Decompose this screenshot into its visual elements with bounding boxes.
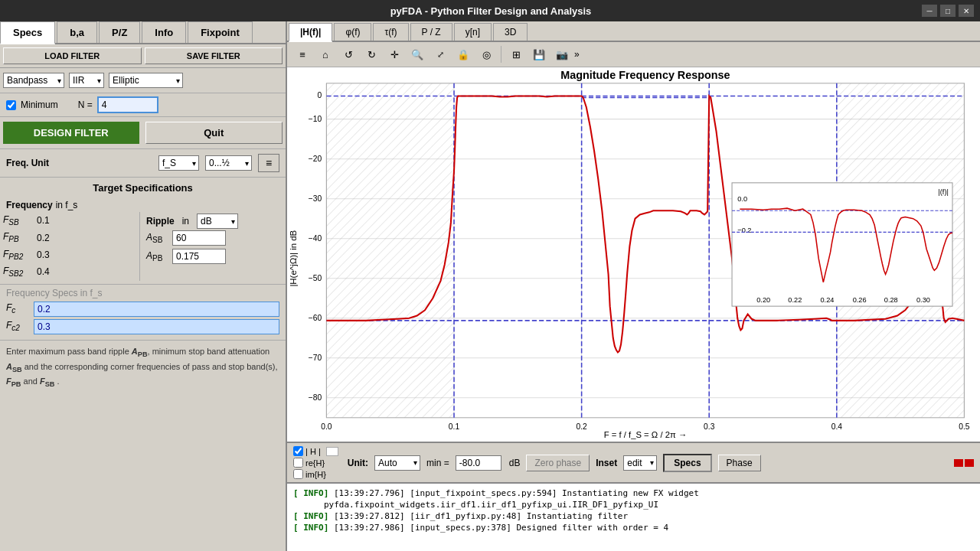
toolbar-home-btn[interactable]: ⌂ [315,44,336,64]
zero-phase-button[interactable]: Zero phase [526,455,590,471]
toolbar-lock-btn[interactable]: 🔒 [452,44,474,64]
apb-input[interactable] [172,249,226,264]
fsb-row: FSB 0.1 [3,212,139,229]
fc-input[interactable] [34,302,279,317]
freq-range-select[interactable]: 0...½ 0...1 -½...½ [205,155,252,171]
specs-button[interactable]: Specs [663,454,711,472]
toolbar-save-btn[interactable]: 💾 [528,44,550,64]
minimize-button[interactable]: ─ [922,5,937,17]
log-line-3: [ INFO] [13:39:27.986] [input_specs.py:3… [293,523,974,533]
h-checkbox[interactable] [293,446,303,456]
freq-unit-row: Freq. Unit f_S Hz rad/s 0...½ 0...1 -½..… [0,149,286,178]
apb-label: APB [146,250,169,262]
inset-select[interactable]: edit off on [623,455,657,471]
load-filter-button[interactable]: LOAD FILTER [3,47,142,64]
filter-controls: Bandpass Lowpass Highpass Bandstop IIR F… [0,68,286,93]
window-controls[interactable]: ─ □ ✕ [922,5,974,17]
svg-text:−50: −50 [309,274,322,282]
toolbar-more[interactable]: » [574,49,580,60]
reh-checkbox[interactable] [293,458,303,468]
specs-ripple-area: FSB 0.1 FPB 0.2 FPB2 0.3 FSB2 0.4 [0,212,286,284]
close-button[interactable]: ✕ [959,5,974,17]
fpb-value: 0.2 [37,233,50,243]
log-line-1b: pyfda.fixpoint_widgets.iir_df1.iir_df1_p… [293,500,974,510]
svg-rect-36 [326,83,454,418]
h-label: | H | [305,447,321,456]
title-bar: pyFDA - Python Filter Design and Analysi… [0,0,980,21]
filter-method-wrapper[interactable]: IIR FIR [69,73,104,88]
filter-design-wrapper[interactable]: Elliptic Butterworth Chebyshev 1 Chebysh… [109,73,183,88]
maximize-button[interactable]: □ [940,5,956,17]
imh-checkbox[interactable] [293,469,303,479]
quit-button[interactable]: Quit [145,122,283,144]
reh-checkbox-row: re{H} [293,458,338,468]
unit-select[interactable]: Auto dB linear [374,455,420,471]
toolbar-menu-btn[interactable]: ≡ [292,44,313,64]
plot-tab-yn[interactable]: y[n] [454,23,492,41]
action-bar: LOAD FILTER SAVE FILTER [0,44,286,68]
save-filter-button[interactable]: SAVE FILTER [145,47,283,64]
toolbar-sep1 [501,46,501,63]
help-text: Enter maximum pass band ripple APB, mini… [0,340,286,396]
tab-fixpoint[interactable]: Fixpoint [188,21,253,43]
toolbar-camera-btn[interactable]: 📷 [551,44,573,64]
svg-text:0.30: 0.30 [916,296,930,304]
ripple-area: Ripple in dB linear ASB APB [139,212,283,281]
svg-text:0.24: 0.24 [820,296,834,304]
tab-info[interactable]: Info [142,21,186,43]
plot-tab-hf[interactable]: |H(f)| [289,23,332,42]
filter-type-wrapper[interactable]: Bandpass Lowpass Highpass Bandstop [3,73,64,88]
svg-text:0.22: 0.22 [788,296,802,304]
fpb-label: FPB [3,231,34,243]
plot-tab-3d[interactable]: 3D [493,23,528,41]
design-filter-button[interactable]: DESIGN FILTER [3,122,139,144]
unit-label: Unit: [348,458,368,468]
svg-text:0.0: 0.0 [737,195,747,203]
toolbar-zoom-btn[interactable]: 🔍 [407,44,428,64]
freq-range-select-wrapper[interactable]: 0...½ 0...1 -½...½ [205,155,252,171]
fc2-label: Fc2 [6,320,29,332]
fsb-label: FSB [3,214,34,227]
fc2-input[interactable] [34,319,279,334]
minimum-checkbox[interactable] [6,100,16,110]
tab-specs[interactable]: Specs [0,21,55,44]
ripple-label: Ripple [146,216,175,227]
tab-ba[interactable]: b,a [57,21,97,43]
svg-text:0.3: 0.3 [704,422,715,431]
fpb-row: FPB 0.2 [3,229,139,246]
toolbar-redo-btn[interactable]: ↻ [361,44,382,64]
min-input[interactable] [456,455,501,471]
toolbar-settings-btn[interactable]: ◎ [475,44,497,64]
toolbar-zoomrect-btn[interactable]: ⤢ [430,44,451,64]
fpb2-value: 0.3 [37,249,50,260]
plot-tab-pz[interactable]: P / Z [410,23,452,41]
red-dot-2 [965,459,974,467]
filter-type-select[interactable]: Bandpass Lowpass Highpass Bandstop [3,73,64,88]
asb-input[interactable] [172,230,226,246]
unit-select-wrapper[interactable]: Auto dB linear [374,455,420,471]
freq-unit-select-wrapper[interactable]: f_S Hz rad/s [158,155,199,171]
freq-align-button[interactable]: ≡ [258,154,279,172]
order-input[interactable] [97,96,158,113]
toolbar-move-btn[interactable]: ✛ [384,44,405,64]
fc-row: Fc [6,302,279,317]
toolbar-undo-btn[interactable]: ↺ [338,44,359,64]
freq-specs-left: FSB 0.1 FPB 0.2 FPB2 0.3 FSB2 0.4 [3,212,139,281]
plot-tab-phi[interactable]: φ(f) [334,23,371,41]
svg-text:−70: −70 [309,354,322,362]
h-checkboxes: | H | re{H} im{H} [293,446,338,479]
ripple-unit-select[interactable]: dB linear [197,214,238,229]
freq-unit-select[interactable]: f_S Hz rad/s [158,155,199,171]
inset-select-wrapper[interactable]: edit off on [623,455,657,471]
apb-row: APB [146,249,283,264]
filter-method-select[interactable]: IIR FIR [69,73,104,88]
min-label: min = [426,458,449,468]
frequency-label: Frequency [6,200,53,210]
plot-tab-tau[interactable]: τ(f) [373,23,408,41]
phase-button[interactable]: Phase [718,455,761,471]
tab-pz[interactable]: P/Z [99,21,140,43]
filter-design-select[interactable]: Elliptic Butterworth Chebyshev 1 Chebysh… [109,73,183,88]
svg-text:0.28: 0.28 [884,296,898,304]
toolbar-grid-btn[interactable]: ⊞ [505,44,527,64]
ripple-unit-wrapper[interactable]: dB linear [197,214,238,229]
